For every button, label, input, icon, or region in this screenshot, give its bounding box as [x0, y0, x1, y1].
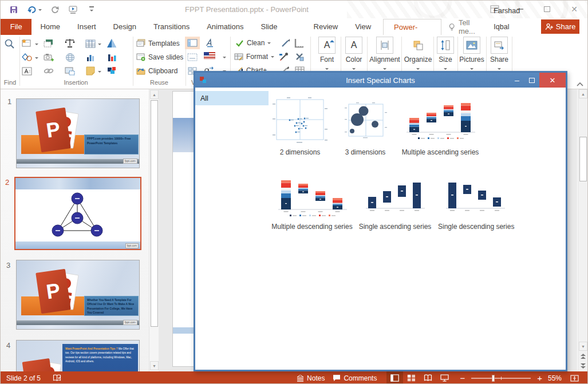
- duplicate-slide-icon[interactable]: [43, 38, 54, 49]
- account-name[interactable]: Farshad Iqbal: [494, 3, 541, 35]
- tab-transitions[interactable]: Transitions: [145, 19, 198, 35]
- next-slide-icon[interactable]: [579, 361, 587, 370]
- reading-view-button[interactable]: [420, 371, 436, 384]
- sticky-note-icon[interactable]: [85, 65, 96, 77]
- notes-button[interactable]: Notes: [293, 371, 329, 384]
- web-globe-icon[interactable]: [64, 52, 76, 63]
- tab-slide-show[interactable]: Slide Show: [252, 19, 305, 35]
- table-dropdown-icon[interactable]: [98, 43, 101, 47]
- main-scrollbar-thumb[interactable]: [579, 137, 587, 181]
- chart-option-single-descending[interactable]: Single descending series: [438, 173, 512, 231]
- undo-icon[interactable]: [26, 3, 43, 16]
- panel-scroll-down-icon[interactable]: ▼: [150, 361, 159, 370]
- tab-insert[interactable]: Insert: [69, 19, 105, 35]
- fit-to-window-button[interactable]: [566, 371, 583, 384]
- panel-scrollbar-thumb[interactable]: [151, 100, 158, 327]
- clean-button[interactable]: Clean: [235, 39, 271, 47]
- tab-review[interactable]: Review: [305, 19, 347, 35]
- collapse-ribbon-icon[interactable]: [577, 78, 583, 89]
- clipboard-button[interactable]: Clipboard: [136, 66, 177, 75]
- tab-power-user[interactable]: Power-user: [383, 19, 441, 35]
- eyedropper-red-icon[interactable]: [278, 51, 290, 62]
- sticky-note-dropdown-icon[interactable]: [98, 71, 101, 74]
- zoom-slider-thumb[interactable]: [492, 375, 495, 382]
- redo-icon[interactable]: [49, 3, 61, 16]
- slide-sorter-view-button[interactable]: [403, 371, 420, 384]
- delete-x-icon[interactable]: [294, 51, 305, 62]
- dialog-maximize-icon[interactable]: [524, 73, 539, 88]
- smartart-shapes-icon[interactable]: [106, 65, 117, 77]
- ruler-icon[interactable]: [294, 37, 305, 49]
- normal-view-button[interactable]: [386, 371, 403, 384]
- slide-indicator[interactable]: Slide 2 of 5: [1, 374, 41, 382]
- chart-option-2-dimensions[interactable]: 2 dimensions: [263, 93, 337, 156]
- slideshow-view-button[interactable]: [436, 371, 453, 384]
- main-scroll-up-icon[interactable]: ▲: [579, 89, 587, 98]
- tell-me-box[interactable]: Tell me...: [441, 19, 494, 35]
- compare-scale-icon[interactable]: [64, 37, 76, 49]
- chart-option-multiple-ascending[interactable]: Multiple ascending series: [394, 93, 486, 156]
- window-close-icon[interactable]: ✕: [567, 1, 582, 18]
- format-button[interactable]: Format: [234, 53, 274, 61]
- zoom-slider[interactable]: [471, 378, 531, 379]
- comments-button[interactable]: Comments: [329, 371, 381, 384]
- category-all[interactable]: All: [195, 91, 269, 105]
- alignment-menu-button[interactable]: Alignment: [369, 37, 400, 74]
- camera-plus-icon[interactable]: [43, 52, 54, 63]
- tab-view[interactable]: View: [346, 19, 380, 35]
- chart-option-3-dimensions[interactable]: 3 dimensions: [334, 93, 397, 156]
- save-icon[interactable]: [7, 3, 20, 16]
- zoom-in-button[interactable]: +: [535, 371, 548, 384]
- previous-slide-icon[interactable]: [579, 352, 587, 361]
- slide-thumbnail-3[interactable]: Whether You Need A Template For Official…: [16, 260, 140, 330]
- tab-home[interactable]: Home: [31, 19, 69, 35]
- pyramid-chart-icon[interactable]: [106, 37, 117, 49]
- shapes-dropdown-icon[interactable]: [35, 57, 38, 61]
- slide-thumbnail-1[interactable]: FPPT.com provides 10000+ Free PowerPoint…: [16, 98, 140, 168]
- text-box-icon[interactable]: [21, 65, 33, 77]
- hyperlink-icon[interactable]: [43, 65, 54, 77]
- language-dropdown-icon[interactable]: [223, 57, 226, 60]
- slide-thumbnail-4[interactable]: Want PowerPoint And Presentation Tips ? …: [16, 340, 140, 371]
- dialog-title-bar[interactable]: Insert Special Charts – ✕: [195, 73, 566, 88]
- spellcheck-icon[interactable]: [49, 371, 65, 384]
- main-scroll-down-icon[interactable]: ▼: [579, 342, 587, 351]
- zoom-out-button[interactable]: −: [453, 371, 467, 384]
- undo-dropdown-icon[interactable]: [38, 9, 42, 13]
- fonts-italic-icon[interactable]: [204, 37, 216, 49]
- table-icon[interactable]: [85, 38, 96, 49]
- notes-page-view-icon[interactable]: [185, 51, 200, 64]
- tab-animations[interactable]: Animations: [198, 19, 252, 35]
- thumbnail-panel-scrollbar[interactable]: ▲ ▼: [149, 89, 159, 371]
- zoom-level[interactable]: 55%: [548, 374, 562, 382]
- font-menu-button[interactable]: A Font: [314, 37, 340, 74]
- bar-chart-icon[interactable]: [85, 52, 96, 63]
- share-button[interactable]: Share: [541, 19, 579, 34]
- start-slideshow-icon[interactable]: [67, 3, 80, 16]
- main-scrollbar[interactable]: ▲ ▼: [578, 89, 587, 371]
- tab-design[interactable]: Design: [105, 19, 145, 35]
- size-menu-button[interactable]: Size: [434, 37, 457, 74]
- tab-file[interactable]: File: [1, 19, 31, 35]
- normal-view-icon[interactable]: [185, 37, 200, 49]
- save-slides-button[interactable]: Save slides: [136, 53, 183, 61]
- customize-qat-icon[interactable]: [85, 3, 98, 16]
- screenshot-icon[interactable]: [64, 65, 76, 77]
- shapes-icon[interactable]: [21, 52, 33, 63]
- language-flag-icon[interactable]: [203, 52, 216, 60]
- color-menu-button[interactable]: A Color: [342, 37, 366, 74]
- column-chart-icon[interactable]: [106, 52, 117, 63]
- panel-scroll-up-icon[interactable]: ▲: [150, 90, 159, 99]
- dialog-close-icon[interactable]: ✕: [539, 73, 566, 88]
- organize-menu-button[interactable]: Organize: [403, 37, 433, 74]
- new-slide-dropdown-icon[interactable]: [35, 43, 38, 47]
- slide-thumbnail-2-selected[interactable]: fppt.com: [14, 177, 141, 250]
- pen-tool-icon[interactable]: [279, 37, 291, 49]
- share-menu-button[interactable]: Share: [487, 37, 512, 74]
- chart-option-single-ascending[interactable]: Single ascending series: [358, 173, 432, 231]
- find-icon[interactable]: [4, 38, 15, 50]
- templates-button[interactable]: Templates: [136, 39, 180, 47]
- chart-option-multiple-descending[interactable]: Multiple descending series: [263, 173, 361, 231]
- new-slide-icon[interactable]: [21, 38, 33, 49]
- dialog-minimize-icon[interactable]: –: [510, 73, 524, 88]
